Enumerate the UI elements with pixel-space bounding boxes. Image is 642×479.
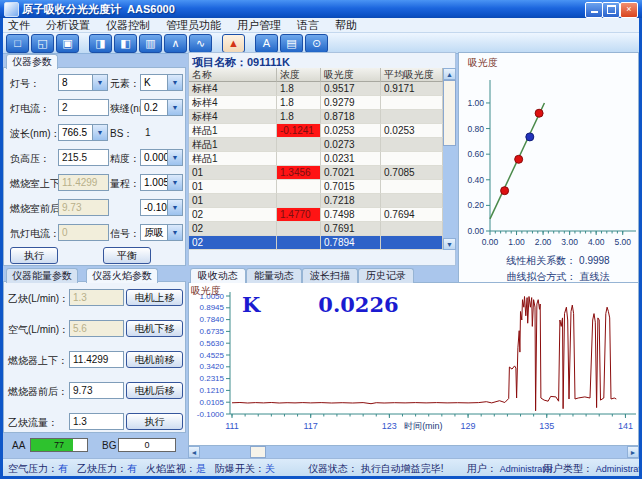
flame-input-2[interactable]: 11.4299	[69, 351, 124, 368]
flame-button-0[interactable]: 电机上移	[126, 289, 183, 306]
param-combo2-6[interactable]: 原吸▼	[140, 224, 183, 241]
param-input-1[interactable]: 2	[58, 99, 109, 116]
flame-button-3[interactable]: 电机后移	[126, 382, 183, 399]
cell-name: 01	[189, 194, 277, 208]
param-static-2: 1	[145, 127, 151, 138]
close-button[interactable]: ×	[620, 2, 638, 18]
aa-label: AA	[12, 440, 25, 451]
column-header-1[interactable]: 浓度	[277, 68, 321, 82]
column-header-0[interactable]: 名称	[189, 68, 277, 82]
svg-text:0.20: 0.20	[467, 200, 484, 210]
table-row[interactable]: 010.7218	[189, 194, 443, 208]
flame-input-4[interactable]: 1.3	[69, 413, 124, 430]
tab-dynamics-2[interactable]: 波长扫描	[302, 268, 358, 283]
chevron-down-icon[interactable]: ▼	[167, 225, 182, 240]
cell-absorbance: 0.7218	[321, 194, 381, 208]
tab-dynamics-3[interactable]: 历史记录	[358, 268, 414, 283]
cell-concentration	[277, 138, 321, 152]
lamp-calibrate-icon[interactable]: ▥	[139, 34, 162, 53]
new-file-icon[interactable]: □	[6, 34, 29, 53]
open-file-icon[interactable]: ◱	[31, 34, 54, 53]
printer-icon[interactable]: ▤	[280, 34, 303, 53]
balance-button[interactable]: 平衡	[103, 247, 151, 264]
menu-item-4[interactable]: 用户管理	[229, 18, 289, 32]
scroll-right-icon[interactable]: ►	[627, 446, 639, 458]
save-file-icon[interactable]: ▣	[56, 34, 79, 53]
wavelength-scan-icon[interactable]: ∧	[164, 34, 187, 53]
chevron-down-icon[interactable]: ▼	[167, 200, 182, 215]
correlation-label: 线性相关系数：	[506, 255, 576, 266]
chevron-down-icon[interactable]: ▼	[92, 75, 107, 90]
param-combo2-3-value: 0.0000	[141, 150, 167, 165]
tab-dynamics-1[interactable]: 能量动态	[246, 268, 302, 283]
table-row[interactable]: 样品10.0231	[189, 152, 443, 166]
table-row[interactable]: 样品10.0273	[189, 138, 443, 152]
status-user-type: 用户类型： Administrator	[543, 462, 642, 476]
lamp-energy-icon[interactable]: ◧	[114, 34, 137, 53]
menu-item-0[interactable]: 文件	[0, 18, 38, 32]
table-row[interactable]: 样品1-0.12410.02530.0253	[189, 124, 443, 138]
table-row[interactable]: 020.7894	[189, 236, 443, 250]
svg-text:5.00: 5.00	[614, 237, 631, 247]
chevron-down-icon[interactable]: ▼	[167, 100, 182, 115]
param-combo-2[interactable]: 766.5▼	[58, 124, 108, 141]
param-combo-2-value: 766.5	[59, 125, 92, 140]
flame-ignite-icon[interactable]: ▲	[222, 34, 245, 53]
cell-absorbance: 0.7021	[321, 166, 381, 180]
execute-button[interactable]: 执行	[10, 247, 58, 264]
table-row[interactable]: 011.34560.70210.7085	[189, 166, 443, 180]
chevron-down-icon[interactable]: ▼	[167, 175, 182, 190]
tab-dynamics-0[interactable]: 吸收动态	[190, 268, 246, 283]
minimize-button[interactable]	[585, 2, 603, 18]
signal-adjust-icon[interactable]: ∿	[189, 34, 212, 53]
lamp-select-icon[interactable]: ◨	[89, 34, 112, 53]
svg-text:-0.1000: -0.1000	[197, 410, 225, 419]
cell-absorbance: 0.0273	[321, 138, 381, 152]
chevron-down-icon[interactable]: ▼	[167, 150, 182, 165]
table-row[interactable]: 标样41.80.8718	[189, 110, 443, 124]
menu-item-1[interactable]: 分析设置	[38, 18, 98, 32]
table-row[interactable]: 标样41.80.9279	[189, 96, 443, 110]
scroll-down-icon[interactable]: ▼	[443, 238, 456, 250]
param-combo-0[interactable]: 8▼	[58, 74, 108, 91]
user-type-value: Administrator	[596, 464, 642, 474]
param-combo2-1[interactable]: 0.2▼	[140, 99, 183, 116]
param-input-3[interactable]: 215.5	[58, 149, 109, 166]
menu-item-2[interactable]: 仪器控制	[98, 18, 158, 32]
menu-item-5[interactable]: 语言	[289, 18, 327, 32]
table-row[interactable]: 021.47700.74980.7694	[189, 208, 443, 222]
maximize-button[interactable]	[602, 2, 620, 18]
scroll-thumb[interactable]	[250, 446, 266, 458]
status-item-value: 是	[196, 463, 206, 474]
flame-input-3[interactable]: 9.73	[69, 382, 124, 399]
column-header-2[interactable]: 吸光度	[321, 68, 381, 82]
chevron-down-icon[interactable]: ▼	[167, 75, 182, 90]
dynamics-horizontal-scrollbar[interactable]: ◄ ►	[188, 446, 639, 458]
svg-text:2.00: 2.00	[535, 237, 552, 247]
bg-label: BG	[102, 440, 116, 451]
autosampler-icon[interactable]: A	[255, 34, 278, 53]
menu-item-6[interactable]: 帮助	[327, 18, 365, 32]
column-header-3[interactable]: 平均吸光度	[381, 68, 443, 82]
param-combo2-5[interactable]: -0.1000▼	[140, 199, 183, 216]
chevron-down-icon[interactable]: ▼	[92, 125, 107, 140]
flame-button-2[interactable]: 电机前移	[126, 351, 183, 368]
scroll-up-icon[interactable]: ▲	[443, 68, 456, 80]
param-combo2-3[interactable]: 0.0000▼	[140, 149, 183, 166]
flame-button-1[interactable]: 电机下移	[126, 320, 183, 337]
menu-item-3[interactable]: 管理员功能	[158, 18, 229, 32]
table-vertical-scrollbar[interactable]: ▲ ▼	[443, 68, 456, 250]
title-bar[interactable]: 原子吸收分光光度计 AAS6000 ×	[0, 0, 642, 18]
cell-concentration: 1.8	[277, 96, 321, 110]
param-combo2-4[interactable]: 1.0050▼	[140, 174, 183, 191]
scroll-thumb[interactable]	[443, 80, 456, 146]
power-icon[interactable]: ⊙	[305, 34, 328, 53]
param-combo2-0[interactable]: K▼	[140, 74, 183, 91]
table-row[interactable]: 010.7015	[189, 180, 443, 194]
status-item-label: 火焰监视：	[146, 463, 196, 474]
table-row[interactable]: 标样41.80.95170.9171	[189, 82, 443, 96]
table-row[interactable]: 020.7691	[189, 222, 443, 236]
flame-button-4[interactable]: 执行	[126, 413, 183, 430]
param-label-3: 负高压：	[10, 152, 50, 166]
scroll-left-icon[interactable]: ◄	[188, 446, 200, 458]
